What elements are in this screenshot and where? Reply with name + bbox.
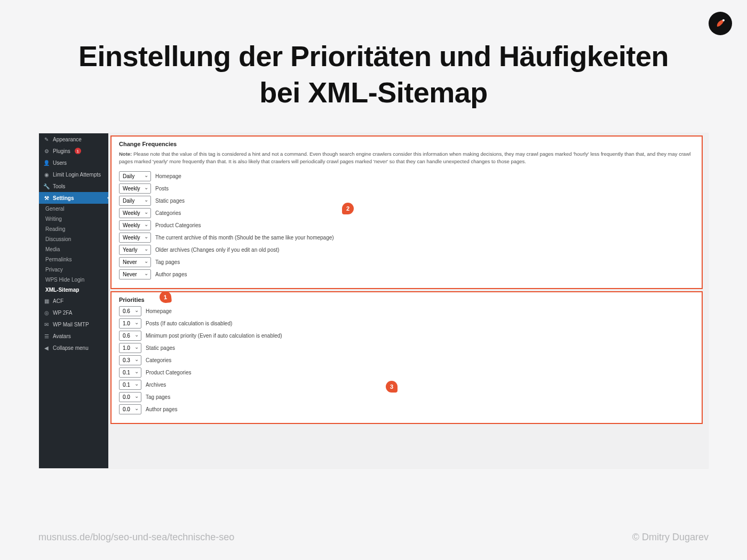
freq-row-posts: WeeklyPosts — [119, 183, 694, 194]
freq-select-posts[interactable]: Weekly — [119, 183, 151, 194]
freq-select-author-pages[interactable]: Never — [119, 269, 151, 279]
prio-select-posts[interactable]: 1.0 — [119, 318, 141, 329]
sidebar-sub-discussion[interactable]: Discussion — [39, 234, 108, 244]
freq-row-static-pages: DailyStatic pages — [119, 196, 694, 206]
sidebar-item-plugins[interactable]: ⚙Plugins1 — [39, 145, 108, 157]
prio-row-static: 1.0Static pages — [119, 343, 694, 353]
prio-select-homepage[interactable]: 0.6 — [119, 306, 141, 316]
freq-select-older-archives[interactable]: Yearly — [119, 245, 151, 255]
freq-row-categories: WeeklyCategories — [119, 208, 694, 218]
shield-icon: ◎ — [43, 309, 50, 316]
plug-icon: ⚙ — [43, 148, 50, 154]
sidebar-sub-media[interactable]: Media — [39, 244, 108, 254]
sidebar-sub-privacy[interactable]: Privacy — [39, 265, 108, 275]
frequencies-note: Note: Please note that the value of this… — [119, 150, 694, 166]
wrench-icon: 🔧 — [43, 183, 50, 189]
active-pointer-icon — [107, 195, 110, 201]
freq-row-author-pages: NeverAuthor pages — [119, 269, 694, 279]
collapse-icon: ◀ — [43, 345, 50, 351]
sidebar-sub-general[interactable]: General — [39, 204, 108, 214]
sidebar-item-tools[interactable]: 🔧Tools — [39, 180, 108, 192]
sidebar-item-limit-login[interactable]: ◉Limit Login Attempts — [39, 169, 108, 180]
prio-row-min-post: 0.6Minimum post priority (Even if auto c… — [119, 331, 694, 341]
freq-select-static[interactable]: Daily — [119, 196, 151, 206]
screenshot-frame: ✎Appearance ⚙Plugins1 👤Users ◉Limit Logi… — [38, 133, 709, 469]
wp-content-area: Change Frequencies Note: Please note tha… — [108, 133, 708, 468]
callout-marker-2: 2 — [342, 203, 354, 214]
prio-row-author-pages: 0.0Author pages — [119, 404, 694, 414]
sliders-icon: ⚒ — [43, 195, 50, 201]
grid-icon: ▦ — [43, 298, 50, 304]
user-icon: 👤 — [43, 159, 50, 166]
freq-row-product-categories: WeeklyProduct Categories — [119, 220, 694, 230]
prio-row-tag-pages: 0.0Tag pages — [119, 392, 694, 402]
footer-credit: © Dmitry Dugarev — [632, 532, 709, 543]
callout-marker-3: 3 — [386, 381, 398, 393]
prio-select-product-cat[interactable]: 0.1 — [119, 367, 141, 378]
prio-row-homepage: 0.6Homepage — [119, 306, 694, 316]
prio-select-tag-pages[interactable]: 0.0 — [119, 392, 141, 402]
sidebar-sub-reading[interactable]: Reading — [39, 224, 108, 234]
sidebar-item-settings[interactable]: ⚒Settings — [39, 192, 108, 204]
panel-title-frequencies: Change Frequencies — [119, 141, 694, 147]
sidebar-item-collapse[interactable]: ◀Collapse menu — [39, 342, 108, 354]
wp-admin-sidebar: ✎Appearance ⚙Plugins1 👤Users ◉Limit Logi… — [39, 133, 108, 468]
panel-title-priorities: Priorities — [119, 297, 694, 303]
sidebar-item-wp-mail-smtp[interactable]: ✉WP Mail SMTP — [39, 318, 108, 330]
sidebar-item-users[interactable]: 👤Users — [39, 157, 108, 169]
avatar-icon: ☰ — [43, 333, 50, 339]
sidebar-sub-writing[interactable]: Writing — [39, 214, 108, 224]
prio-select-author-pages[interactable]: 0.0 — [119, 404, 141, 414]
prio-row-categories: 0.3Categories — [119, 355, 694, 365]
prio-select-archives[interactable]: 0.1 — [119, 380, 141, 390]
prio-row-posts: 1.0Posts (If auto calculation is disable… — [119, 318, 694, 329]
freq-select-homepage[interactable]: Daily — [119, 171, 151, 181]
sidebar-item-appearance[interactable]: ✎Appearance — [39, 133, 108, 145]
prio-row-archives: 0.1Archives — [119, 380, 694, 390]
freq-row-tag-pages: NeverTag pages — [119, 257, 694, 267]
sidebar-sub-permalinks[interactable]: Permalinks — [39, 254, 108, 265]
sidebar-sub-wps-hide-login[interactable]: WPS Hide Login — [39, 275, 108, 285]
page-title: Einstellung der Prioritäten und Häufigke… — [0, 0, 747, 126]
freq-row-homepage: DailyHomepage — [119, 171, 694, 181]
brush-icon: ✎ — [43, 136, 50, 142]
prio-row-product-cat: 0.1Product Categories — [119, 367, 694, 378]
freq-select-current-archive[interactable]: Weekly — [119, 233, 151, 243]
freq-select-categories[interactable]: Weekly — [119, 208, 151, 218]
prio-select-categories[interactable]: 0.3 — [119, 355, 141, 365]
change-frequencies-panel: Change Frequencies Note: Please note tha… — [110, 135, 703, 289]
svg-point-0 — [722, 19, 725, 21]
freq-row-older-archives: YearlyOlder archives (Changes only if yo… — [119, 245, 694, 255]
plugins-badge: 1 — [75, 148, 81, 154]
freq-select-tag-pages[interactable]: Never — [119, 257, 151, 267]
prio-select-static[interactable]: 1.0 — [119, 343, 141, 353]
prio-select-min-post[interactable]: 0.6 — [119, 331, 141, 341]
sidebar-item-wp2fa[interactable]: ◎WP 2FA — [39, 307, 108, 318]
brand-logo — [709, 12, 732, 35]
priorities-panel: Priorities 0.6Homepage 1.0Posts (If auto… — [110, 291, 703, 424]
freq-row-current-archive: WeeklyThe current archive of this month … — [119, 233, 694, 243]
mail-icon: ✉ — [43, 321, 50, 327]
freq-select-product-cat[interactable]: Weekly — [119, 220, 151, 230]
sidebar-sub-xml-sitemap[interactable]: XML-Sitemap — [39, 285, 108, 295]
sidebar-item-avatars[interactable]: ☰Avatars — [39, 330, 108, 342]
fingerprint-icon: ◉ — [43, 171, 50, 178]
page-footer: musnuss.de/blog/seo-und-sea/technische-s… — [38, 532, 709, 543]
footer-url: musnuss.de/blog/seo-und-sea/technische-s… — [38, 532, 234, 543]
sidebar-item-acf[interactable]: ▦ACF — [39, 295, 108, 307]
